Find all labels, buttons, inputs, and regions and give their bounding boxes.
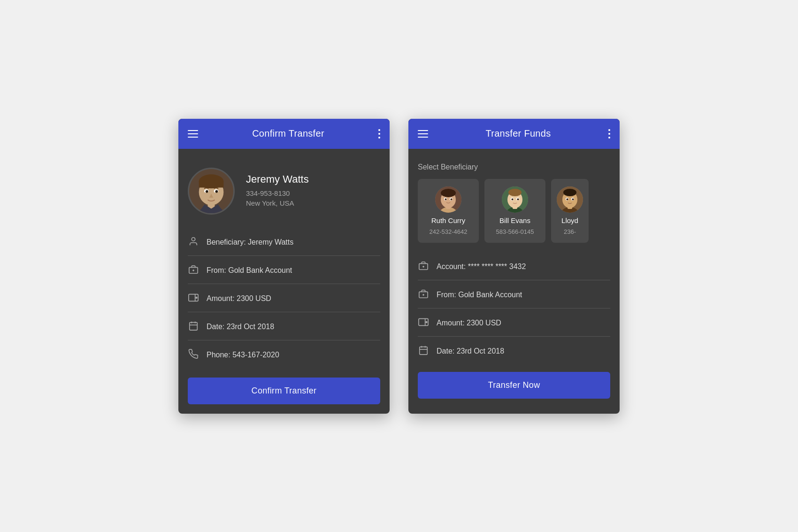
svg-point-12 bbox=[192, 237, 195, 240]
svg-point-30 bbox=[451, 198, 453, 200]
confirm-transfer-button[interactable]: Confirm Transfer bbox=[188, 378, 380, 404]
right-top-bar: Transfer Funds bbox=[408, 119, 620, 149]
right-amount-text: Amount: 2300 USD bbox=[437, 319, 501, 327]
right-date-text: Date: 23rd Oct 2018 bbox=[437, 347, 504, 355]
svg-point-10 bbox=[207, 190, 208, 192]
left-more-options-icon[interactable] bbox=[378, 129, 380, 139]
right-calendar-icon bbox=[418, 345, 429, 358]
profile-location: New York, USA bbox=[246, 199, 309, 207]
wallet-icon bbox=[188, 293, 199, 305]
svg-point-48 bbox=[572, 198, 574, 200]
svg-point-38 bbox=[512, 198, 514, 200]
bank-icon bbox=[188, 264, 199, 277]
beneficiaries-row: Ruth Curry 242-532-4642 bbox=[418, 179, 610, 243]
amount-field: Amount: 2300 USD bbox=[188, 284, 380, 312]
svg-point-56 bbox=[426, 321, 427, 323]
beneficiary-lloyd[interactable]: Lloyd 236- bbox=[551, 179, 589, 243]
profile-section: Jeremy Watts 334-953-8130 New York, USA bbox=[188, 158, 380, 228]
screens-container: Confirm Transfer bbox=[160, 100, 638, 432]
lloyd-phone: 236- bbox=[564, 228, 576, 235]
right-screen-content: Select Beneficiary bbox=[408, 149, 620, 408]
svg-point-35 bbox=[508, 189, 522, 196]
ruth-avatar bbox=[435, 186, 461, 213]
left-screen-title: Confirm Transfer bbox=[252, 128, 324, 139]
from-account-text: From: Gold Bank Account bbox=[207, 266, 292, 275]
svg-rect-57 bbox=[420, 347, 428, 355]
bill-phone: 583-566-0145 bbox=[496, 228, 534, 235]
phone-text: Phone: 543-167-2020 bbox=[207, 351, 279, 359]
calendar-icon bbox=[188, 321, 199, 333]
profile-name: Jeremy Watts bbox=[246, 173, 309, 185]
transfer-now-button[interactable]: Transfer Now bbox=[418, 372, 610, 399]
account-field: Account: **** **** **** 3432 bbox=[418, 252, 610, 280]
beneficiary-text: Beneficiary: Jeremy Watts bbox=[207, 238, 293, 247]
account-text: Account: **** **** **** 3432 bbox=[437, 262, 526, 271]
svg-rect-5 bbox=[199, 181, 224, 187]
left-screen-content: Jeremy Watts 334-953-8130 New York, USA … bbox=[178, 149, 390, 414]
bill-avatar bbox=[502, 186, 528, 213]
right-menu-icon[interactable] bbox=[418, 130, 428, 138]
bill-name: Bill Evans bbox=[499, 216, 530, 224]
svg-point-17 bbox=[196, 297, 197, 298]
svg-point-39 bbox=[517, 198, 519, 200]
lloyd-avatar bbox=[557, 186, 583, 213]
beneficiary-bill[interactable]: Bill Evans 583-566-0145 bbox=[484, 179, 545, 243]
beneficiary-field: Beneficiary: Jeremy Watts bbox=[188, 228, 380, 256]
right-amount-field: Amount: 2300 USD bbox=[418, 308, 610, 337]
avatar bbox=[188, 168, 235, 215]
svg-point-47 bbox=[567, 198, 568, 200]
amount-text: Amount: 2300 USD bbox=[207, 294, 271, 303]
right-from-text: From: Gold Bank Account bbox=[437, 291, 522, 299]
right-more-options-icon[interactable] bbox=[608, 129, 610, 139]
date-text: Date: 23rd Oct 2018 bbox=[207, 323, 274, 331]
right-date-field: Date: 23rd Oct 2018 bbox=[418, 337, 610, 364]
confirm-transfer-screen: Confirm Transfer bbox=[178, 119, 390, 414]
right-bank-icon bbox=[418, 289, 429, 301]
from-account-field: From: Gold Bank Account bbox=[188, 256, 380, 284]
right-screen-title: Transfer Funds bbox=[485, 128, 551, 139]
svg-point-44 bbox=[563, 189, 576, 196]
svg-point-11 bbox=[216, 190, 218, 192]
phone-icon bbox=[188, 349, 199, 362]
svg-point-26 bbox=[441, 189, 456, 197]
ruth-name: Ruth Curry bbox=[431, 216, 466, 224]
phone-field: Phone: 543-167-2020 bbox=[188, 340, 380, 368]
person-icon bbox=[188, 236, 199, 249]
left-top-bar: Confirm Transfer bbox=[178, 119, 390, 149]
left-menu-icon[interactable] bbox=[188, 130, 198, 138]
right-wallet-icon bbox=[418, 317, 429, 330]
select-beneficiary-label: Select Beneficiary bbox=[418, 163, 610, 171]
ruth-phone: 242-532-4642 bbox=[430, 228, 468, 235]
profile-info: Jeremy Watts 334-953-8130 New York, USA bbox=[246, 173, 309, 209]
lloyd-name: Lloyd bbox=[561, 216, 578, 224]
date-field: Date: 23rd Oct 2018 bbox=[188, 312, 380, 340]
beneficiary-ruth[interactable]: Ruth Curry 242-532-4642 bbox=[418, 179, 479, 243]
svg-rect-18 bbox=[190, 322, 198, 330]
transfer-funds-screen: Transfer Funds Select Beneficiary bbox=[408, 119, 620, 414]
profile-phone: 334-953-8130 bbox=[246, 189, 309, 197]
right-from-field: From: Gold Bank Account bbox=[418, 280, 610, 308]
svg-point-29 bbox=[445, 198, 447, 200]
account-bank-icon bbox=[418, 261, 429, 273]
